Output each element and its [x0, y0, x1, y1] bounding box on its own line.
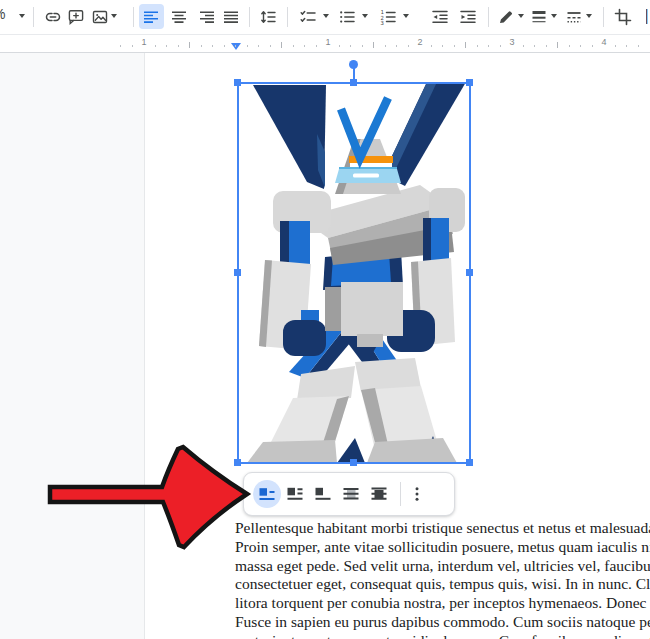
resize-handle-bottom-middle[interactable]: [350, 459, 357, 466]
ruler-tick: [201, 45, 202, 47]
border-color-pen-icon[interactable]: [497, 8, 515, 26]
ruler-tick: [465, 42, 466, 48]
text-line[interactable]: parturient montes, nascetur ridiculus mu…: [235, 632, 650, 639]
zoom-caret-icon[interactable]: [19, 14, 25, 18]
align-center-icon[interactable]: [170, 8, 188, 26]
indent-marker[interactable]: [231, 43, 241, 50]
zoom-value[interactable]: %: [0, 6, 11, 22]
wrap-option-break-text[interactable]: [309, 480, 337, 508]
ruler-tick: [615, 45, 616, 47]
ruler-number: 4: [601, 37, 606, 47]
image-wrap-toolbar: [243, 472, 455, 516]
resize-handle-top-middle[interactable]: [350, 79, 357, 86]
ruler-tick: [638, 45, 639, 47]
resize-handle-middle-right[interactable]: [466, 269, 473, 276]
resize-handle-top-left[interactable]: [234, 79, 241, 86]
ruler-tick: [339, 45, 340, 47]
ruler-tick: [362, 45, 363, 47]
text-line[interactable]: Pellentesque habitant morbi tristique se…: [235, 519, 650, 538]
decrease-indent-icon[interactable]: [431, 8, 449, 26]
text-line[interactable]: massa eget pede. Sed velit urna, interdu…: [235, 557, 650, 576]
ruler-tick: [396, 45, 397, 47]
ruler-number: 1: [141, 37, 146, 47]
ruler-tick: [431, 45, 432, 47]
resize-handle-bottom-right[interactable]: [466, 459, 473, 466]
numbered-list-icon[interactable]: 1 2 3: [379, 8, 397, 26]
text-line[interactable]: Fusce in sapien eu purus dapibus commodo…: [235, 613, 650, 632]
align-right-icon[interactable]: [198, 8, 216, 26]
ruler-tick: [534, 45, 535, 47]
ruler-tick: [523, 45, 524, 47]
ruler-tick: [580, 45, 581, 47]
border-dash-icon[interactable]: [565, 8, 583, 26]
ruler-tick: [281, 42, 282, 48]
ruler-tick: [477, 45, 478, 47]
ruler-tick: [224, 45, 225, 47]
crop-image-icon[interactable]: [614, 8, 632, 26]
wrap-option-in-front-of-text[interactable]: [365, 480, 393, 508]
ruler-tick: [316, 45, 317, 47]
ruler-tick: [557, 42, 558, 48]
text-line[interactable]: Proin semper, ante vitae sollicitudin po…: [235, 538, 650, 557]
wrap-option-wrap-text[interactable]: [281, 480, 309, 508]
insert-link-icon[interactable]: [44, 8, 62, 26]
ruler-tick: [293, 45, 294, 47]
align-left-icon[interactable]: [142, 8, 160, 26]
insert-image-icon[interactable]: [91, 8, 109, 26]
clipped-toolbar-item[interactable]: ▏: [646, 9, 650, 24]
add-comment-icon[interactable]: [67, 8, 85, 26]
ruler-number: 3: [509, 37, 514, 47]
resize-handle-top-right[interactable]: [466, 79, 473, 86]
horizontal-ruler[interactable]: 11234: [0, 35, 650, 53]
wrap-option-in-line[interactable]: [253, 480, 281, 508]
ruler-tick: [442, 45, 443, 47]
toolbar-separator: [287, 7, 288, 27]
insert-image-caret-icon[interactable]: [111, 14, 117, 18]
border-color-caret-icon[interactable]: [518, 14, 524, 18]
bulleted-list-caret-icon[interactable]: [362, 14, 368, 18]
ruler-tick: [350, 45, 351, 47]
increase-indent-icon[interactable]: [459, 8, 477, 26]
justify-icon[interactable]: [222, 8, 240, 26]
wrap-option-behind-text[interactable]: [337, 480, 365, 508]
bulleted-list-icon[interactable]: [338, 8, 356, 26]
paragraph-text[interactable]: Pellentesque habitant morbi tristique se…: [235, 519, 650, 639]
toolbar-separator: [33, 7, 34, 27]
numbered-list-caret-icon[interactable]: [403, 14, 409, 18]
ruler-tick: [258, 45, 259, 47]
ruler-tick: [454, 45, 455, 47]
resize-handle-middle-left[interactable]: [234, 269, 241, 276]
ruler-tick: [592, 45, 593, 47]
checklist-caret-icon[interactable]: [323, 14, 329, 18]
toolbar-separator: [133, 7, 134, 27]
text-line[interactable]: litora torquent per conubia nostra, per …: [235, 594, 650, 613]
image-options-kebab-icon[interactable]: [406, 480, 428, 508]
toolbar-separator: [603, 7, 604, 27]
ruler-tick: [304, 45, 305, 47]
text-line[interactable]: consectetuer eget, consequat quis, tempu…: [235, 575, 650, 594]
toolbar-separator: [249, 7, 250, 27]
toolbar-separator: [488, 7, 489, 27]
ruler-tick: [155, 45, 156, 47]
ruler-tick: [132, 45, 133, 47]
ruler-tick: [385, 45, 386, 47]
checklist-icon[interactable]: [299, 8, 317, 26]
border-dash-caret-icon[interactable]: [586, 14, 592, 18]
ruler-tick: [569, 45, 570, 47]
ruler-number: 1: [325, 37, 330, 47]
ruler-number: 2: [417, 37, 422, 47]
main-toolbar: %: [0, 0, 650, 35]
robot-illustration-image[interactable]: [237, 82, 471, 464]
ruler-tick: [408, 45, 409, 47]
rotation-handle[interactable]: [349, 60, 358, 69]
ruler-tick: [488, 45, 489, 47]
ruler-tick: [270, 45, 271, 47]
border-weight-icon[interactable]: [530, 8, 548, 26]
line-spacing-icon[interactable]: [259, 8, 277, 26]
svg-text:3: 3: [381, 20, 384, 26]
ruler-tick: [546, 45, 547, 47]
ruler-tick: [120, 45, 121, 47]
border-weight-caret-icon[interactable]: [551, 14, 557, 18]
ruler-tick: [178, 45, 179, 47]
ruler-tick: [373, 42, 374, 48]
